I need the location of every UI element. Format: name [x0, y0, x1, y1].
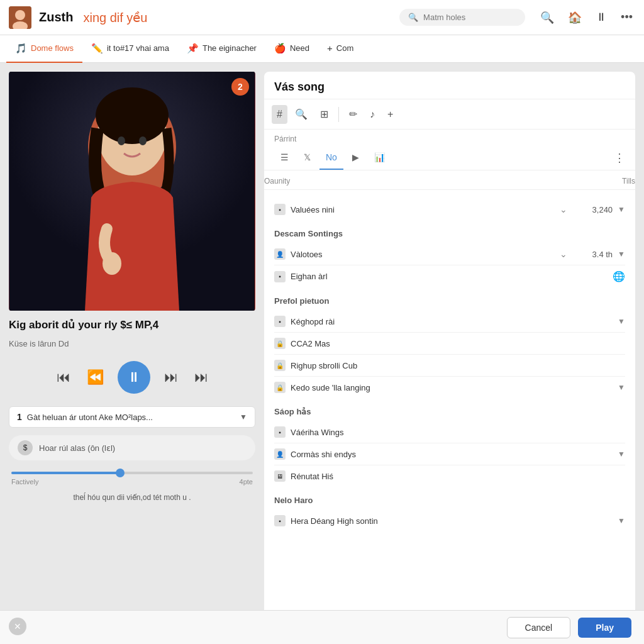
- setting-section-saop: Sáop hảs ▪ Váériha Wings 👤 Cormàs shi en…: [274, 407, 625, 487]
- setting-icon-kedo: 🔒: [274, 382, 286, 393]
- col-header-right: Tills: [585, 177, 635, 186]
- toolbar-music-button[interactable]: ♪: [365, 105, 380, 124]
- setting-row-cormas: 👤 Cormàs shi endys ▼: [274, 443, 625, 465]
- right-panel: Vás song # 🔍 ⊞ ✏ ♪ + Párrint ☰ 𝕏 No: [264, 72, 635, 610]
- app-title: Zusth: [39, 10, 73, 25]
- right-panel-title: Vás song: [264, 72, 635, 99]
- setting-row-valuees-nini: ▪ Valuées nini ⌄ 3,240 ▼: [274, 199, 625, 220]
- tab-list[interactable]: ☰: [274, 146, 295, 170]
- tab-play[interactable]: ▶: [346, 146, 365, 170]
- setting-row-righup: 🔒 Righup sbrolli Cub: [274, 355, 625, 377]
- setting-icon-0: ▪: [274, 204, 286, 215]
- column-headers: Oaunity Tills: [264, 173, 635, 190]
- close-button[interactable]: ✕: [9, 618, 26, 635]
- setting-section-descam: Descam Sontings 👤 Vàlotoes ⌄ 3.4 th ▼ ▪ …: [274, 229, 625, 287]
- podcast-item: $ Hoar rúl alas (ôn (lɛl): [9, 435, 255, 460]
- section-title-nelo: Nelo Haro: [274, 496, 625, 505]
- plus-icon: +: [327, 43, 333, 53]
- dropdown-button-0[interactable]: ▼: [618, 205, 625, 214]
- tab-twitter[interactable]: 𝕏: [297, 146, 317, 170]
- setting-section-nelo: Nelo Haro ▪ Hera Déang High sontin ▼: [274, 496, 625, 531]
- toolbar-hash-button[interactable]: #: [272, 105, 287, 124]
- svg-point-9: [103, 252, 121, 275]
- cancel-button[interactable]: Cancel: [507, 617, 571, 638]
- dropdown-button-cormas[interactable]: ▼: [618, 450, 625, 458]
- progress-container: Factively 4pte: [9, 468, 255, 486]
- app-subtitle: xing dif yều: [83, 10, 147, 25]
- dropdown-button-keghopd[interactable]: ▼: [618, 317, 625, 326]
- more-options-button[interactable]: •••: [618, 8, 635, 26]
- nav-item-label: Dome flows: [31, 43, 74, 53]
- playlist-dropdown[interactable]: 1 Gàt heluan ár utont Ake MO²laps... ▼: [9, 406, 255, 428]
- album-art: 2: [9, 72, 255, 311]
- toolbar-add-button[interactable]: +: [382, 105, 398, 124]
- play-button[interactable]: Play: [578, 618, 631, 638]
- left-panel: 2 Kig aborit dủ your rly $≤ MP,4 Küse is…: [0, 63, 264, 610]
- progress-thumb[interactable]: [116, 469, 125, 477]
- skip-back-button[interactable]: ⏮: [54, 367, 73, 388]
- svg-point-8: [139, 136, 147, 145]
- nav-item-eiginacher[interactable]: 📌 The eiginacher: [178, 35, 265, 63]
- section-title-descam: Descam Sontings: [274, 229, 625, 238]
- tab-chart[interactable]: 📊: [368, 146, 391, 170]
- tab-more-button[interactable]: ⋮: [614, 151, 625, 165]
- track-title: Kig aborit dủ your rly $≤ MP,4: [9, 318, 255, 331]
- playlist-label: Gàt heluan ár utont Ake MO²laps...: [27, 413, 235, 422]
- toolbar-grid-button[interactable]: ⊞: [315, 104, 333, 124]
- skip-forward-button[interactable]: ⏭: [192, 367, 211, 388]
- setting-row-vaeriha: ▪ Váériha Wings: [274, 421, 625, 443]
- setting-row-cca2: 🔒 CCA2 Mas: [274, 333, 625, 355]
- section-title-saop: Sáop hảs: [274, 407, 625, 416]
- setting-row-keghopd: ▪ Kéghopd rài ▼: [274, 311, 625, 333]
- search-box[interactable]: 🔍: [399, 9, 525, 26]
- search-input[interactable]: [423, 13, 516, 22]
- nav-item-com[interactable]: + Com: [318, 35, 362, 63]
- setting-section-prefol: Prefol pietuon ▪ Kéghopd rài ▼ 🔒 CCA2 Ma…: [274, 296, 625, 398]
- pause-button[interactable]: ⏸: [118, 361, 150, 394]
- settings-scroll: ▪ Valuées nini ⌄ 3,240 ▼ Descam Sontings…: [264, 190, 635, 610]
- svg-point-7: [118, 136, 125, 145]
- apple-icon: 🍎: [274, 43, 286, 54]
- badge-count: 2: [231, 78, 249, 96]
- toolbar-edit-button[interactable]: ✏: [344, 104, 362, 124]
- nav-item-it[interactable]: ✏️ it to#17 vhai ama: [82, 35, 178, 63]
- toolbar-row: # 🔍 ⊞ ✏ ♪ +: [264, 99, 635, 130]
- track-subtitle: Küse is lârun Dd: [9, 339, 255, 348]
- dropdown-button-valotoes[interactable]: ▼: [618, 250, 625, 258]
- svg-point-6: [96, 87, 169, 144]
- setting-icon-renutат: 🖥: [274, 470, 286, 482]
- setting-row-kedo: 🔒 Kedo sude 'lla langing ▼: [274, 377, 625, 398]
- next-button[interactable]: ⏭: [162, 367, 180, 388]
- setting-icon-valotoes: 👤: [274, 248, 286, 260]
- home-button[interactable]: 🏠: [565, 8, 584, 27]
- setting-icon-hera: ▪: [274, 515, 286, 526]
- footer-bar: Cancel Play: [0, 610, 644, 644]
- pause-icon-button[interactable]: ⏸: [593, 8, 609, 26]
- toolbar-search-button[interactable]: 🔍: [290, 104, 313, 124]
- nav-bar: 🎵 Dome flows ✏️ it to#17 vhai ama 📌 The …: [0, 35, 644, 63]
- tab-no-label: No: [326, 152, 337, 162]
- prev-button[interactable]: ⏪: [84, 367, 106, 388]
- section-title-prefol: Prefol pietuon: [274, 296, 625, 306]
- dropdown-button-kedo[interactable]: ▼: [618, 383, 625, 392]
- nav-item-need[interactable]: 🍎 Need: [265, 35, 318, 63]
- podcast-text: Hoar rúl alas (ôn (lɛl): [39, 443, 115, 453]
- chart-icon: 📊: [374, 152, 385, 162]
- toolbar-separator: [338, 107, 339, 122]
- pencil-icon: ✏️: [91, 43, 103, 54]
- setting-icon-keghopd: ▪: [274, 316, 286, 327]
- globe-icon: 🌐: [613, 270, 625, 282]
- search-button[interactable]: 🔍: [538, 8, 557, 27]
- setting-row-eighan: ▪ Eighan àrl 🌐: [274, 265, 625, 287]
- nav-item-dome-flows[interactable]: 🎵 Dome flows: [6, 35, 82, 63]
- progress-bar[interactable]: [11, 472, 253, 474]
- tab-no[interactable]: No: [319, 146, 343, 170]
- pin-icon: 📌: [187, 43, 199, 54]
- nav-item-label-1: it to#17 vhai ama: [107, 43, 169, 53]
- nav-item-label-4: Com: [336, 43, 353, 53]
- dome-flows-icon: 🎵: [15, 43, 27, 54]
- setting-icon-righup: 🔒: [274, 360, 286, 371]
- setting-row-valotoes: 👤 Vàlotoes ⌄ 3.4 th ▼: [274, 243, 625, 265]
- dropdown-button-hera[interactable]: ▼: [618, 516, 625, 525]
- user-avatar: [9, 6, 31, 29]
